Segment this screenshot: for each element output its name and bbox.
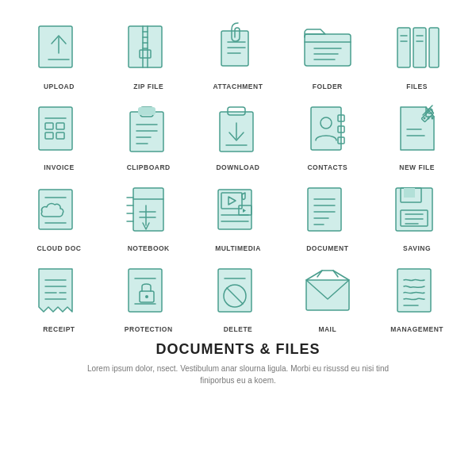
zip-file-icon xyxy=(117,16,180,79)
folder-item: FOLDER xyxy=(284,16,370,90)
protection-label: PROTECTION xyxy=(125,325,173,333)
cloud-doc-item: CLOUD DOC xyxy=(16,178,102,252)
clipboard-item: CLIPBOARD xyxy=(106,97,192,171)
footer: DOCUMENTS & FILES Lorem ipsum dolor, nse… xyxy=(71,341,405,386)
svg-rect-4 xyxy=(129,26,162,67)
management-icon xyxy=(386,259,449,322)
notebook-item: NOTEBOOK xyxy=(106,178,192,252)
svg-rect-41 xyxy=(130,112,163,152)
zip-label: ZIP FILE xyxy=(133,83,163,90)
clipboard-label: CLIPBOARD xyxy=(127,163,171,171)
management-label: MANAGEMENT xyxy=(390,325,443,333)
notebook-label: NOTEBOOK xyxy=(128,244,170,252)
multimedia-icon xyxy=(206,178,270,241)
svg-point-65 xyxy=(423,117,425,120)
folder-label: FOLDER xyxy=(313,83,343,90)
delete-label: DELETE xyxy=(224,325,253,333)
protection-item: PROTECTION xyxy=(106,259,192,333)
receipt-label: RECEIPT xyxy=(43,325,75,333)
files-label: FILES xyxy=(406,83,428,90)
zip-item: ZIP FILE xyxy=(106,16,192,90)
icons-grid: UPLOAD ZIP FILE xyxy=(16,16,460,333)
svg-rect-0 xyxy=(39,26,72,67)
mail-icon xyxy=(296,259,359,322)
cloud-doc-label: CLOUD DOC xyxy=(36,244,81,252)
new-file-label: NEW FILE xyxy=(399,163,435,171)
new-file-icon xyxy=(386,97,449,160)
svg-rect-28 xyxy=(429,28,439,67)
invoice-icon xyxy=(27,97,90,160)
download-icon xyxy=(206,97,270,160)
svg-rect-110 xyxy=(129,269,162,312)
clipboard-icon xyxy=(117,97,180,160)
folder-icon xyxy=(296,16,359,79)
saving-item: SAVING xyxy=(374,178,460,252)
footer-subtitle: Lorem ipsum dolor, nsect. Vestibulum ana… xyxy=(71,363,405,386)
cloud-doc-icon xyxy=(27,178,90,241)
receipt-icon xyxy=(27,259,90,322)
new-file-item: NEW FILE xyxy=(374,97,460,171)
download-item: DOWNLOAD xyxy=(195,97,282,171)
attachment-label: ATTACHMENT xyxy=(213,83,263,90)
svg-rect-121 xyxy=(306,280,349,310)
contacts-item: CONTACTS xyxy=(284,97,370,171)
mail-item: MAIL xyxy=(284,259,370,333)
delete-icon xyxy=(206,259,270,322)
contacts-icon xyxy=(296,97,359,160)
files-item: FILES xyxy=(374,16,460,90)
svg-rect-100 xyxy=(404,188,415,198)
svg-rect-116 xyxy=(218,269,251,312)
svg-rect-18 xyxy=(305,34,351,66)
multimedia-label: MULTIMEDIA xyxy=(215,244,261,252)
saving-icon xyxy=(386,178,449,241)
files-icon xyxy=(386,16,449,79)
upload-label: UPLOAD xyxy=(44,83,75,90)
invoice-item: INVOICE xyxy=(16,97,102,171)
attachment-item: ATTACHMENT xyxy=(195,16,282,90)
svg-rect-24 xyxy=(397,28,410,67)
document-item: DOCUMENT xyxy=(284,178,370,252)
svg-rect-44 xyxy=(138,107,155,115)
mail-label: MAIL xyxy=(318,325,336,333)
receipt-item: RECEIPT xyxy=(16,259,102,333)
svg-point-67 xyxy=(431,117,433,120)
multimedia-item: MULTIMEDIA xyxy=(195,178,282,252)
upload-item: UPLOAD xyxy=(16,16,102,90)
attachment-icon xyxy=(206,16,270,79)
svg-rect-34 xyxy=(39,107,72,150)
svg-rect-26 xyxy=(413,28,426,67)
invoice-label: INVOICE xyxy=(44,163,74,171)
management-item: MANAGEMENT xyxy=(374,259,460,333)
saving-label: SAVING xyxy=(403,244,431,252)
document-label: DOCUMENT xyxy=(306,244,348,252)
notebook-icon xyxy=(117,178,180,241)
svg-point-66 xyxy=(427,117,429,120)
footer-title: DOCUMENTS & FILES xyxy=(71,341,405,358)
svg-rect-90 xyxy=(308,188,341,231)
document-icon xyxy=(296,178,359,241)
protection-icon xyxy=(117,259,180,322)
delete-item: DELETE xyxy=(195,259,282,333)
svg-rect-82 xyxy=(218,190,251,229)
contacts-label: CONTACTS xyxy=(307,163,347,171)
download-label: DOWNLOAD xyxy=(216,163,259,171)
svg-point-115 xyxy=(145,295,148,298)
upload-icon xyxy=(27,16,90,79)
